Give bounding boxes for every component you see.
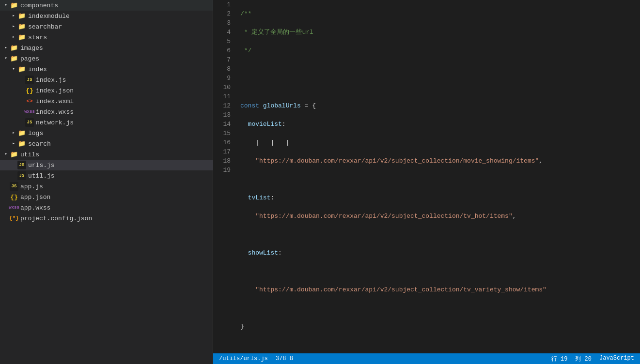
sidebar-item-label: images (20, 45, 43, 52)
status-right: 行 19 列 20 JavaScript (551, 355, 634, 363)
arrow-icon (10, 65, 17, 73)
folder-icon: 📁 (10, 44, 18, 52)
folder-icon: 📁 (17, 12, 26, 20)
js-icon: JS (25, 76, 34, 84)
sidebar-item-util-js[interactable]: JS util.js (0, 170, 213, 181)
arrow-icon (2, 55, 10, 62)
sidebar-item-label: project.config.json (20, 215, 92, 222)
arrow-icon (10, 140, 17, 148)
sidebar-item-app-json[interactable]: {} app.json (0, 192, 213, 202)
sidebar-item-label: search (28, 140, 51, 148)
sidebar-item-label: network.js (36, 119, 74, 126)
js-icon: JS (17, 171, 26, 180)
sidebar-item-label: index.wxss (36, 108, 74, 116)
json-icon: {} (10, 193, 18, 201)
sidebar-item-search[interactable]: 📁 search (0, 138, 213, 149)
arrow-icon (10, 129, 17, 137)
arrow-icon (2, 1, 10, 9)
sidebar-item-label: logs (28, 130, 43, 137)
status-left: /utils/urls.js 378 B (219, 355, 293, 362)
file-path: /utils/urls.js (219, 355, 268, 362)
cursor-col: 列 20 (575, 355, 592, 363)
js-icon: JS (10, 182, 18, 191)
file-size: 378 B (276, 355, 293, 362)
sidebar-item-label: index.json (36, 87, 74, 94)
file-tree: 📁 components 📁 indexmodule 📁 searchbar 📁… (0, 0, 213, 364)
sidebar-item-app-wxss[interactable]: wxss app.wxss (0, 202, 213, 213)
sidebar-item-label: index.js (36, 76, 66, 84)
folder-icon: 📁 (10, 1, 18, 10)
sidebar-item-label: indexmodule (28, 13, 70, 20)
sidebar-item-label: searchbar (28, 23, 62, 30)
sidebar-item-label: util.js (28, 172, 55, 180)
folder-icon: 📁 (10, 150, 18, 159)
js-icon: JS (25, 118, 34, 127)
sidebar-item-index-js[interactable]: JS index.js (0, 75, 213, 85)
sidebar-item-label: app.wxss (20, 204, 50, 212)
sidebar-item-label: urls.js (28, 162, 55, 169)
sidebar-item-label: components (20, 2, 58, 9)
folder-icon: 📁 (17, 65, 26, 74)
status-bar: /utils/urls.js 378 B 行 19 列 20 JavaScrip… (213, 353, 640, 364)
line-numbers: 1 2 3 4 5 6 7 8 9 10 11 12 13 14 15 16 1… (213, 0, 236, 364)
folder-icon: 📁 (17, 33, 26, 42)
code-editor[interactable]: 1 2 3 4 5 6 7 8 9 10 11 12 13 14 15 16 1… (213, 0, 640, 364)
sidebar-item-app-js[interactable]: JS app.js (0, 181, 213, 192)
json-icon: {} (25, 86, 34, 95)
arrow-icon (10, 23, 17, 30)
sidebar-item-label: pages (20, 55, 39, 62)
sidebar-item-label: stars (28, 34, 47, 41)
sidebar-item-components[interactable]: 📁 components (0, 0, 213, 11)
sidebar-item-stars[interactable]: 📁 stars (0, 32, 213, 43)
folder-icon: 📁 (17, 129, 26, 137)
sidebar-item-utils[interactable]: 📁 utils (0, 149, 213, 160)
sidebar-item-logs[interactable]: 📁 logs (0, 128, 213, 138)
wxss-icon: wxss (25, 107, 34, 116)
folder-icon: 📁 (10, 54, 18, 63)
sidebar-item-index-folder[interactable]: 📁 index (0, 64, 213, 75)
js-icon: JS (17, 161, 26, 169)
sidebar-item-index-wxss[interactable]: wxss index.wxss (0, 106, 213, 117)
arrow-icon (10, 12, 17, 20)
language: JavaScript (599, 355, 634, 363)
sidebar-item-index-wxml[interactable]: <> index.wxml (0, 96, 213, 106)
sidebar-item-project-config[interactable]: {*} project.config.json (0, 213, 213, 224)
sidebar-item-pages[interactable]: 📁 pages (0, 53, 213, 64)
code-content: /** * 定义了全局的一些url */ const globalUrls = … (236, 0, 640, 364)
sidebar-item-label: app.json (20, 194, 50, 201)
arrow-icon (2, 151, 10, 158)
sidebar-item-index-json[interactable]: {} index.json (0, 85, 213, 96)
folder-icon: 📁 (17, 139, 26, 148)
sidebar-item-searchbar[interactable]: 📁 searchbar (0, 21, 213, 32)
config-icon: {*} (10, 214, 18, 223)
sidebar-item-urls-js[interactable]: JS urls.js (0, 160, 213, 170)
arrow-icon (2, 44, 10, 52)
sidebar-item-network-js[interactable]: JS network.js (0, 117, 213, 128)
sidebar-item-label: index.wxml (36, 98, 74, 105)
wxml-icon: <> (25, 97, 34, 106)
sidebar-item-images[interactable]: 📁 images (0, 43, 213, 53)
sidebar-item-label: index (28, 66, 47, 73)
cursor-line: 行 19 (551, 355, 568, 363)
sidebar-item-label: app.js (20, 183, 43, 190)
wxss-icon: wxss (10, 203, 18, 212)
folder-icon: 📁 (17, 22, 26, 31)
sidebar-item-indexmodule[interactable]: 📁 indexmodule (0, 11, 213, 21)
sidebar-item-label: utils (20, 151, 39, 158)
arrow-icon (10, 33, 17, 41)
